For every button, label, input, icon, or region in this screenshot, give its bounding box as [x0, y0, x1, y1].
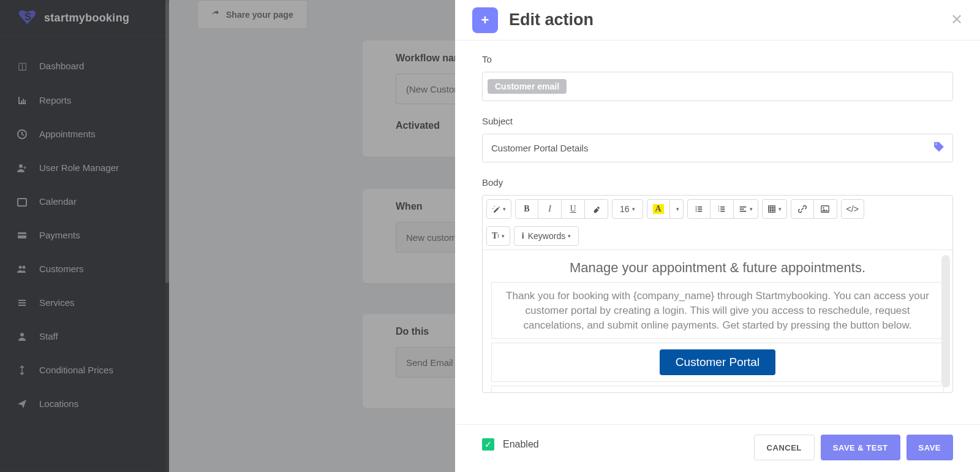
subject-input[interactable] — [482, 134, 953, 162]
svg-rect-12 — [768, 206, 775, 213]
svg-rect-13 — [821, 206, 829, 213]
text-color-button[interactable]: A — [647, 199, 670, 219]
italic-button[interactable]: I — [538, 199, 562, 219]
tag-icon[interactable] — [933, 141, 944, 155]
align-button[interactable]: ▾ — [734, 199, 758, 219]
check-icon: ✓ — [482, 438, 494, 451]
unordered-list-button[interactable] — [687, 199, 710, 219]
image-button[interactable] — [814, 199, 837, 219]
recipient-chip[interactable]: Customer email — [488, 79, 567, 94]
magic-wand-button[interactable]: ▾ — [486, 199, 511, 219]
to-input[interactable]: Customer email — [482, 72, 953, 101]
bold-button[interactable]: B — [515, 199, 538, 219]
save-and-test-button[interactable]: SAVE & TEST — [821, 435, 900, 460]
ordered-list-button[interactable] — [710, 199, 734, 219]
save-button[interactable]: SAVE — [907, 435, 953, 460]
code-button[interactable]: </> — [841, 199, 864, 219]
editor-scrollbar[interactable] — [941, 255, 950, 387]
link-button[interactable] — [791, 199, 814, 219]
cancel-button[interactable]: CANCEL — [754, 435, 815, 460]
svg-point-9 — [695, 206, 696, 207]
enabled-label: Enabled — [503, 439, 539, 450]
subject-label: Subject — [482, 116, 953, 126]
body-label: Body — [482, 177, 953, 188]
edit-action-modal: + Edit action ✕ To Customer email Subjec… — [455, 0, 980, 472]
email-cta-wrap: Customer Portal — [491, 343, 944, 382]
modal-footer: ✓ Enabled CANCEL SAVE & TEST SAVE — [455, 424, 980, 472]
modal-body: To Customer email Subject Body ▾ B — [455, 40, 980, 424]
editor-toolbar: ▾ B I U 16 ▾ — [483, 196, 952, 250]
underline-button[interactable]: U — [562, 199, 585, 219]
modal-header: + Edit action ✕ — [455, 0, 980, 40]
erase-button[interactable] — [585, 199, 608, 219]
rich-text-editor: ▾ B I U 16 ▾ — [482, 195, 953, 393]
text-color-caret[interactable]: ▾ — [670, 199, 684, 219]
modal-title: Edit action — [509, 10, 594, 29]
svg-point-10 — [695, 208, 696, 210]
svg-point-11 — [695, 210, 696, 211]
editor-content[interactable]: Manage your appointment & future appoint… — [483, 250, 952, 392]
email-body: Thank you for booking with {company_name… — [491, 282, 944, 339]
keywords-dropdown[interactable]: i Keywords ▾ — [514, 226, 579, 246]
text-style-button[interactable]: TI ▾ — [486, 226, 510, 246]
customer-portal-button[interactable]: Customer Portal — [660, 349, 775, 375]
table-button[interactable]: ▾ — [762, 199, 787, 219]
email-title: Manage your appointment & future appoint… — [491, 256, 944, 282]
close-icon[interactable]: ✕ — [951, 11, 963, 28]
svg-point-14 — [823, 207, 824, 208]
email-spacer — [491, 386, 944, 392]
to-label: To — [482, 54, 953, 64]
enabled-toggle[interactable]: ✓ Enabled — [482, 438, 539, 451]
plus-icon: + — [472, 7, 498, 33]
font-size-select[interactable]: 16 ▾ — [612, 199, 643, 219]
